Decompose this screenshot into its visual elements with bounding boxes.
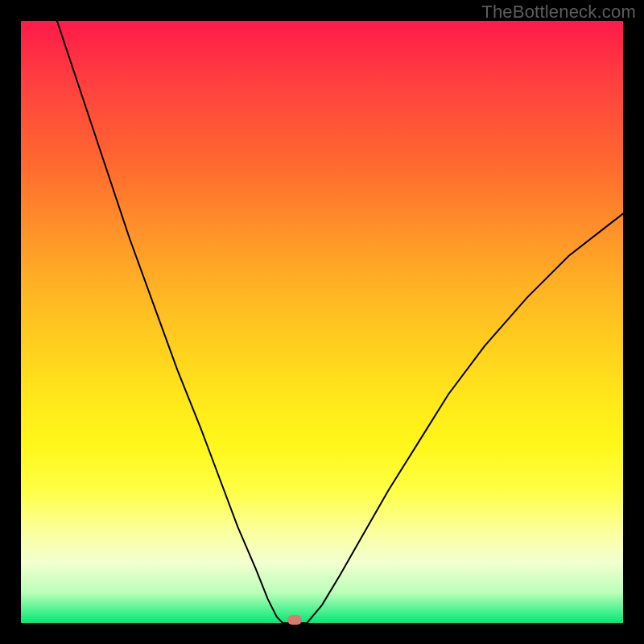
bottleneck-curve xyxy=(57,21,623,623)
chart-frame: TheBottleneck.com xyxy=(0,0,644,644)
curve-svg xyxy=(21,21,623,623)
optimal-point-marker xyxy=(287,615,302,625)
watermark-text: TheBottleneck.com xyxy=(481,2,636,23)
